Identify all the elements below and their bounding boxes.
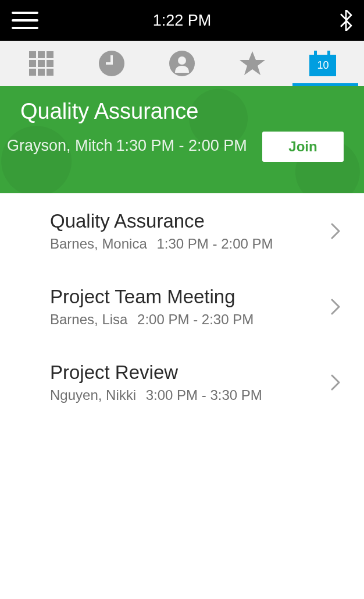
meeting-time: 1:30 PM - 2:00 PM [156,236,273,251]
chevron-right-icon [330,299,341,315]
list-item[interactable]: Project Team Meeting Barnes, Lisa 2:00 P… [0,269,364,345]
meeting-title: Project Team Meeting [50,286,319,308]
tab-grid[interactable] [6,41,76,86]
tabs-bar: 10 [0,41,364,86]
featured-meeting-person: Grayson, Mitch [7,137,113,155]
list-item[interactable]: Project Review Nguyen, Nikki 3:00 PM - 3… [0,345,364,420]
meeting-time: 3:00 PM - 3:30 PM [146,387,262,403]
join-button[interactable]: Join [262,132,344,162]
chevron-right-icon [330,223,341,239]
star-icon [239,50,266,77]
grid-icon [29,51,53,76]
meeting-person: Nguyen, Nikki [50,387,136,403]
status-bar: 1:22 PM [0,0,364,41]
list-item[interactable]: Quality Assurance Barnes, Monica 1:30 PM… [0,193,364,269]
meeting-person: Barnes, Lisa [50,311,127,327]
featured-meeting: Quality Assurance Grayson, Mitch 1:30 PM… [0,86,364,193]
bluetooth-icon [340,10,352,31]
person-icon [169,51,195,76]
meeting-time: 2:00 PM - 2:30 PM [137,311,254,327]
tab-favorites[interactable] [217,41,288,86]
meeting-title: Project Review [50,361,319,384]
tab-calendar[interactable]: 10 [288,41,358,86]
chevron-right-icon [330,374,341,391]
menu-icon[interactable] [12,12,38,29]
meeting-person: Barnes, Monica [50,236,147,251]
meeting-title: Quality Assurance [50,210,319,232]
featured-meeting-time: 1:30 PM - 2:00 PM [116,137,247,155]
calendar-icon: 10 [309,51,336,76]
svg-point-2 [178,56,186,65]
featured-meeting-title: Quality Assurance [20,99,347,124]
clock-icon [99,51,124,76]
tab-recent[interactable] [76,41,147,86]
meetings-list: Quality Assurance Barnes, Monica 1:30 PM… [0,193,364,420]
status-time: 1:22 PM [153,12,212,30]
tab-contacts[interactable] [147,41,217,86]
